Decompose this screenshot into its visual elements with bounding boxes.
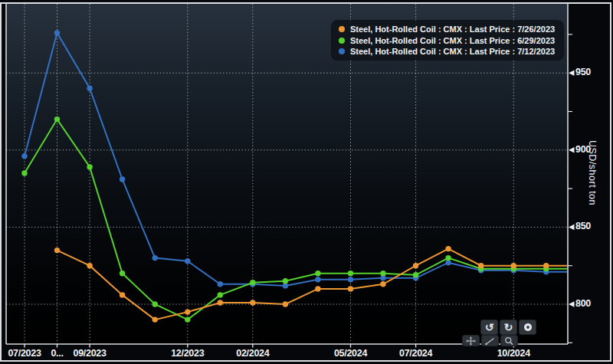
legend-marker-icon xyxy=(339,26,345,32)
trend-line-icon xyxy=(484,336,496,346)
legend-item: Steel, Hot-Rolled Coil : CMX : Last Pric… xyxy=(339,25,556,34)
legend-label: Steel, Hot-Rolled Coil : CMX : Last Pric… xyxy=(350,36,555,45)
pan-tool-button[interactable] xyxy=(462,335,480,346)
redo-button[interactable]: ↻ xyxy=(500,320,517,335)
x-tick-label: 10/2024 xyxy=(497,348,530,359)
y-tick-label: 850 xyxy=(575,221,591,231)
x-tick-label: 12/2023 xyxy=(171,348,204,359)
x-tick-label: 07/2023 xyxy=(8,348,41,359)
undo-button[interactable]: ↺ xyxy=(480,320,498,335)
chart-history-toolbar: ↺ ↻ xyxy=(480,320,536,335)
legend-marker-icon xyxy=(339,48,345,54)
chart-legend: Steel, Hot-Rolled Coil : CMX : Last Pric… xyxy=(332,21,563,60)
draw-line-tool-button[interactable] xyxy=(481,335,499,346)
legend-item: Steel, Hot-Rolled Coil : CMX : Last Pric… xyxy=(339,47,556,56)
y-tick-label: 950 xyxy=(575,67,591,77)
magnifier-icon xyxy=(503,336,515,346)
legend-label: Steel, Hot-Rolled Coil : CMX : Last Pric… xyxy=(350,25,555,34)
x-tick-label: 05/2024 xyxy=(334,348,367,359)
chart-tools-toolbar xyxy=(462,335,518,346)
pan-icon xyxy=(465,336,477,346)
futures-curve-chart-window: 07/20230...09/202312/202302/202405/20240… xyxy=(0,0,613,364)
redo-icon: ↻ xyxy=(504,322,513,333)
legend-marker-icon xyxy=(339,38,345,44)
target-icon xyxy=(523,322,533,333)
x-tick-label: 0... xyxy=(51,348,63,359)
y-axis-unit-label: USD/short ton xyxy=(587,140,598,205)
zoom-tool-button[interactable] xyxy=(500,335,518,346)
x-tick-label: 02/2024 xyxy=(236,348,269,359)
legend-label: Steel, Hot-Rolled Coil : CMX : Last Pric… xyxy=(350,47,555,56)
reset-view-button[interactable] xyxy=(519,320,536,335)
x-tick-label: 07/2024 xyxy=(399,348,432,359)
x-tick-label: 09/2023 xyxy=(74,348,107,359)
y-tick-label: 800 xyxy=(575,298,591,309)
undo-icon: ↺ xyxy=(485,322,494,333)
legend-item: Steel, Hot-Rolled Coil : CMX : Last Pric… xyxy=(339,36,556,45)
